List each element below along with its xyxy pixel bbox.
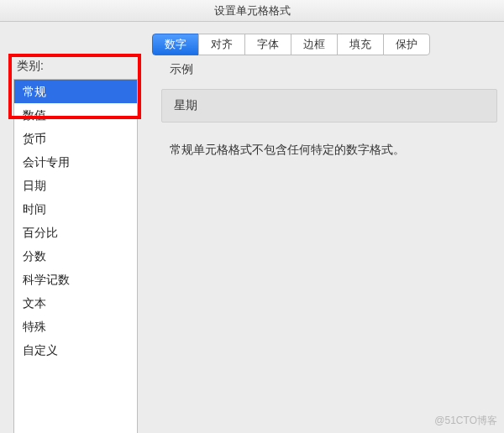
category-item-number[interactable]: 数值 bbox=[14, 103, 137, 127]
tab-alignment[interactable]: 对齐 bbox=[198, 34, 245, 55]
category-item-accounting[interactable]: 会计专用 bbox=[14, 150, 137, 174]
format-description: 常规单元格格式不包含任何特定的数字格式。 bbox=[170, 143, 491, 158]
tab-font[interactable]: 字体 bbox=[244, 34, 291, 55]
window-titlebar: 设置单元格格式 bbox=[0, 0, 504, 22]
category-item-custom[interactable]: 自定义 bbox=[14, 338, 137, 362]
preview-panel: 示例 星期 常规单元格格式不包含任何特定的数字格式。 bbox=[161, 62, 491, 158]
category-item-time[interactable]: 时间 bbox=[14, 197, 137, 221]
tab-protection[interactable]: 保护 bbox=[383, 34, 430, 55]
category-item-special[interactable]: 特殊 bbox=[14, 315, 137, 338]
watermark: @51CTO博客 bbox=[434, 414, 497, 428]
tab-number[interactable]: 数字 bbox=[152, 34, 199, 55]
category-item-fraction[interactable]: 分数 bbox=[14, 244, 137, 268]
category-item-date[interactable]: 日期 bbox=[14, 174, 137, 197]
category-list[interactable]: 常规 数值 货币 会计专用 日期 时间 百分比 分数 科学记数 文本 特殊 自定… bbox=[13, 79, 138, 433]
category-panel: 类别: 常规 数值 货币 会计专用 日期 时间 百分比 分数 科学记数 文本 特… bbox=[13, 59, 138, 433]
dialog-content: 数字 对齐 字体 边框 填充 保护 类别: 常规 数值 货币 会计专用 日期 时… bbox=[0, 22, 504, 170]
category-item-general[interactable]: 常规 bbox=[14, 80, 137, 103]
example-value: 星期 bbox=[174, 98, 197, 112]
category-label: 类别: bbox=[13, 59, 138, 74]
category-item-currency[interactable]: 货币 bbox=[14, 127, 137, 150]
category-item-scientific[interactable]: 科学记数 bbox=[14, 268, 137, 291]
example-label: 示例 bbox=[170, 62, 491, 77]
category-item-text[interactable]: 文本 bbox=[14, 291, 137, 315]
category-item-percentage[interactable]: 百分比 bbox=[14, 221, 137, 244]
tab-border[interactable]: 边框 bbox=[291, 34, 338, 55]
tab-fill[interactable]: 填充 bbox=[337, 34, 384, 55]
format-tabs: 数字 对齐 字体 边框 填充 保护 bbox=[152, 34, 491, 55]
window-title: 设置单元格格式 bbox=[214, 4, 291, 17]
example-value-box: 星期 bbox=[161, 89, 497, 123]
